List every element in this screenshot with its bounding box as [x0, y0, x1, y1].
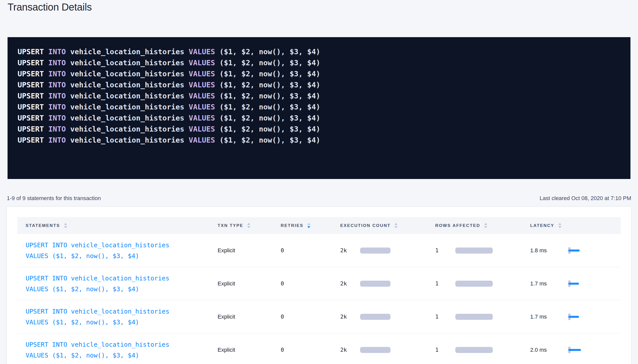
- sql-code-lines: UPSERT INTO vehicle_location_histories V…: [18, 46, 620, 146]
- execution-count-bar: [360, 347, 390, 353]
- txn-type-cell: Explicit: [218, 267, 235, 300]
- last-cleared-text: Last cleared Oct 08, 2020 at 7:10 PM: [540, 195, 631, 202]
- statement-line-1: UPSERT INTO vehicle_location_histories: [26, 240, 169, 251]
- column-header-label: TXN TYPE: [218, 223, 243, 228]
- statement-line-1: UPSERT INTO vehicle_location_histories: [26, 273, 169, 284]
- column-header-label: LATENCY: [530, 223, 554, 228]
- rows-affected-bar: [455, 248, 493, 254]
- table-row: UPSERT INTO vehicle_location_histories V…: [17, 267, 621, 300]
- column-header-label: EXECUTION COUNT: [340, 223, 390, 228]
- retries-cell: 0: [281, 333, 284, 364]
- sort-asc-icon: [307, 223, 310, 225]
- statement-line-2: VALUES ($1, $2, now(), $3, $4): [26, 284, 169, 294]
- latency-value: 1.8 ms: [530, 234, 547, 267]
- sql-code-line: UPSERT INTO vehicle_location_histories V…: [18, 112, 620, 124]
- sql-statements-box: UPSERT INTO vehicle_location_histories V…: [8, 37, 630, 179]
- page-title: Transaction Details: [8, 2, 92, 13]
- statement-line-1: UPSERT INTO vehicle_location_histories: [26, 339, 169, 350]
- latency-value: 1.7 ms: [530, 300, 547, 333]
- sql-code-line: UPSERT INTO vehicle_location_histories V…: [18, 90, 620, 101]
- execution-count-bar: [360, 314, 390, 320]
- sort-icons: [395, 223, 398, 228]
- rows-affected-bar: [455, 347, 493, 353]
- sort-icons: [558, 223, 561, 228]
- column-header-execution-count[interactable]: EXECUTION COUNT: [340, 217, 398, 234]
- statement-line-2: VALUES ($1, $2, now(), $3, $4): [26, 251, 169, 261]
- retries-cell: 0: [281, 267, 284, 300]
- rows-affected-bar: [455, 281, 493, 287]
- sort-icons: [247, 223, 250, 228]
- statement-link[interactable]: UPSERT INTO vehicle_location_histories V…: [26, 306, 169, 328]
- latency-bar: [568, 316, 579, 318]
- sort-desc-icon: [484, 226, 487, 228]
- sql-code-line: UPSERT INTO vehicle_location_histories V…: [18, 68, 620, 79]
- rows-affected-value: 1: [435, 333, 438, 364]
- latency-bar: [568, 283, 579, 285]
- sort-icons: [484, 223, 487, 228]
- sql-code-line: UPSERT INTO vehicle_location_histories V…: [18, 57, 620, 68]
- rows-affected-bar: [455, 314, 493, 320]
- sort-icons: [64, 223, 67, 228]
- sort-asc-icon: [247, 223, 250, 225]
- sort-asc-icon: [395, 223, 398, 225]
- sql-code-line: UPSERT INTO vehicle_location_histories V…: [18, 124, 620, 135]
- sort-icons: [307, 223, 310, 228]
- execution-count-value: 2k: [340, 300, 347, 333]
- statements-table-card: STATEMENTS TXN TYPE RETRIES: [7, 207, 631, 364]
- column-header-label: RETRIES: [281, 223, 303, 228]
- sql-code-line: UPSERT INTO vehicle_location_histories V…: [18, 79, 620, 90]
- sort-desc-icon: [64, 226, 67, 228]
- sort-asc-icon: [64, 223, 67, 225]
- table-body: UPSERT INTO vehicle_location_histories V…: [17, 234, 621, 364]
- txn-type-cell: Explicit: [218, 333, 235, 364]
- sort-desc-icon: [395, 226, 398, 228]
- execution-count-value: 2k: [340, 267, 347, 300]
- statement-line-2: VALUES ($1, $2, now(), $3, $4): [26, 350, 169, 361]
- txn-type-cell: Explicit: [218, 234, 235, 267]
- table-header-row: STATEMENTS TXN TYPE RETRIES: [17, 217, 621, 234]
- rows-affected-value: 1: [435, 234, 438, 267]
- latency-value: 1.7 ms: [530, 267, 547, 300]
- execution-count-bar: [360, 281, 390, 287]
- table-row: UPSERT INTO vehicle_location_histories V…: [17, 234, 621, 267]
- sort-asc-icon: [484, 223, 487, 225]
- execution-count-value: 2k: [340, 333, 347, 364]
- statement-link[interactable]: UPSERT INTO vehicle_location_histories V…: [26, 273, 169, 294]
- summary-row: 1-9 of 9 statements for this transaction…: [7, 194, 631, 203]
- latency-bar: [568, 250, 580, 252]
- execution-count-value: 2k: [340, 234, 347, 267]
- sort-desc-icon: [558, 226, 561, 228]
- column-header-statements[interactable]: STATEMENTS: [26, 217, 67, 234]
- column-header-retries[interactable]: RETRIES: [281, 217, 310, 234]
- statement-line-1: UPSERT INTO vehicle_location_histories: [26, 306, 169, 317]
- retries-cell: 0: [281, 234, 284, 267]
- sql-code-line: UPSERT INTO vehicle_location_histories V…: [18, 135, 620, 146]
- retries-cell: 0: [281, 300, 284, 333]
- latency-value: 2.0 ms: [530, 333, 547, 364]
- rows-affected-value: 1: [435, 267, 438, 300]
- sort-asc-icon: [558, 223, 561, 225]
- rows-affected-value: 1: [435, 300, 438, 333]
- statement-line-2: VALUES ($1, $2, now(), $3, $4): [26, 317, 169, 328]
- statement-link[interactable]: UPSERT INTO vehicle_location_histories V…: [26, 339, 169, 361]
- sort-desc-icon: [307, 226, 310, 228]
- column-header-label: ROWS AFFECTED: [435, 223, 480, 228]
- sql-code-line: UPSERT INTO vehicle_location_histories V…: [18, 101, 620, 112]
- txn-type-cell: Explicit: [218, 300, 235, 333]
- latency-bar: [568, 349, 581, 351]
- execution-count-bar: [360, 248, 390, 254]
- statement-link[interactable]: UPSERT INTO vehicle_location_histories V…: [26, 240, 169, 261]
- column-header-rows-affected[interactable]: ROWS AFFECTED: [435, 217, 487, 234]
- column-header-txn-type[interactable]: TXN TYPE: [218, 217, 250, 234]
- transaction-details-page: Transaction Details UPSERT INTO vehicle_…: [0, 0, 638, 364]
- statements-count-text: 1-9 of 9 statements for this transaction: [7, 195, 101, 202]
- table-row: UPSERT INTO vehicle_location_histories V…: [17, 333, 621, 364]
- column-header-label: STATEMENTS: [26, 223, 60, 228]
- sort-desc-icon: [247, 226, 250, 228]
- column-header-latency[interactable]: LATENCY: [530, 217, 561, 234]
- sql-code-line: UPSERT INTO vehicle_location_histories V…: [18, 46, 620, 57]
- table-row: UPSERT INTO vehicle_location_histories V…: [17, 300, 621, 333]
